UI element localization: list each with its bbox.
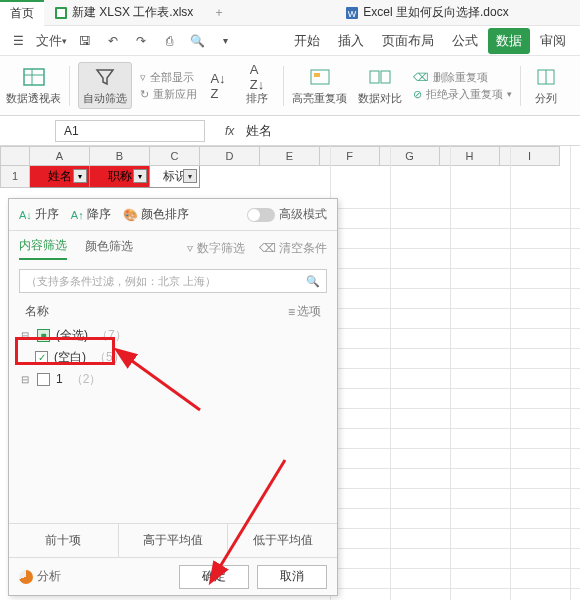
tab-layout[interactable]: 页面布局 <box>374 28 442 54</box>
split-button[interactable]: 分列 <box>529 65 563 106</box>
filter-item-1[interactable]: ⊟ 1（2） <box>21 368 325 390</box>
filter-item-blank[interactable]: (空白)（5） <box>21 346 325 368</box>
autofilter-button[interactable]: 自动筛选 <box>78 62 132 109</box>
show-all-button[interactable]: ▿全部显示 <box>140 70 197 85</box>
split-icon <box>534 65 558 89</box>
preview-icon[interactable]: 🔍 <box>185 29 209 53</box>
redo-icon[interactable]: ↷ <box>129 29 153 53</box>
hamburger-icon[interactable]: ☰ <box>6 29 30 53</box>
ribbon-tabs: 开始 插入 页面布局 公式 数据 审阅 <box>286 28 574 54</box>
cell-C1[interactable]: 标识▾ <box>150 166 200 188</box>
advanced-mode-toggle[interactable]: 高级模式 <box>247 206 327 223</box>
svg-rect-9 <box>370 71 379 83</box>
name-box[interactable]: A1 <box>55 120 205 142</box>
tab-file-1[interactable]: 新建 XLSX 工作表.xlsx <box>44 0 203 26</box>
col-header[interactable]: H <box>440 146 500 166</box>
highlight-dup-button[interactable]: 高亮重复项 <box>292 65 347 106</box>
delete-icon: ⌫ <box>413 71 429 84</box>
palette-icon: 🎨 <box>123 208 138 222</box>
col-header[interactable]: E <box>260 146 320 166</box>
filter-dropdown-icon[interactable]: ▾ <box>73 169 87 183</box>
analysis-button[interactable]: 分析 <box>19 568 61 585</box>
menu-icon: ≡ <box>288 305 295 319</box>
pie-icon <box>19 570 33 584</box>
list-options-button[interactable]: ≡选项 <box>288 303 321 320</box>
row-header[interactable]: 1 <box>0 166 30 188</box>
chevron-down-icon[interactable]: ▾ <box>213 29 237 53</box>
tab-start[interactable]: 开始 <box>286 28 328 54</box>
tab-file-2[interactable]: W Excel 里如何反向选择.docx <box>335 0 518 26</box>
tab-data[interactable]: 数据 <box>488 28 530 54</box>
reject-dup-button[interactable]: ⊘拒绝录入重复项 ▾ <box>413 87 512 102</box>
save-icon[interactable]: 🖫 <box>73 29 97 53</box>
select-all-corner[interactable] <box>0 146 30 166</box>
sort-asc-button[interactable]: A↓Z <box>205 74 231 98</box>
filter-item-all[interactable]: ⊟ ■ (全选)（7） <box>21 324 325 346</box>
tab-insert[interactable]: 插入 <box>330 28 372 54</box>
collapse-icon[interactable]: ⊟ <box>21 330 31 341</box>
spreadsheet-icon <box>54 6 68 20</box>
col-header[interactable]: G <box>380 146 440 166</box>
col-header[interactable]: B <box>90 146 150 166</box>
funnel-icon <box>93 65 117 89</box>
filter-dropdown-icon[interactable]: ▾ <box>183 169 197 183</box>
ok-button[interactable]: 确定 <box>179 565 249 589</box>
reapply-button[interactable]: ↻重新应用 <box>140 87 197 102</box>
window-tabs: 首页 新建 XLSX 工作表.xlsx ＋ W Excel 里如何反向选择.do… <box>0 0 580 26</box>
tab-review[interactable]: 审阅 <box>532 28 574 54</box>
search-icon: 🔍 <box>306 275 320 288</box>
number-filter-button[interactable]: ▿ 数字筛选 <box>187 240 244 257</box>
filter-stack: ▿全部显示 ↻重新应用 <box>140 70 197 102</box>
tab-color-filter[interactable]: 颜色筛选 <box>85 238 133 259</box>
highlight-icon <box>308 65 332 89</box>
tab-content-filter[interactable]: 内容筛选 <box>19 237 67 260</box>
fx-icon[interactable]: fx <box>225 124 234 138</box>
delete-dup-button[interactable]: ⌫删除重复项 <box>413 70 512 85</box>
col-header[interactable]: D <box>200 146 260 166</box>
checkbox-icon[interactable] <box>37 373 50 386</box>
undo-icon[interactable]: ↶ <box>101 29 125 53</box>
cell-A1[interactable]: 姓名▾ <box>30 166 90 188</box>
funnel-small-icon: ▿ <box>140 71 146 84</box>
collapse-icon[interactable]: ⊟ <box>21 374 31 385</box>
color-sort-button[interactable]: 🎨颜色排序 <box>123 206 189 223</box>
filter-dropdown-icon[interactable]: ▾ <box>133 169 147 183</box>
col-header[interactable]: A <box>30 146 90 166</box>
tab-formula[interactable]: 公式 <box>444 28 486 54</box>
sort-button[interactable]: AZ↓ 排序 <box>239 65 275 106</box>
clear-filter-button[interactable]: ⌫ 清空条件 <box>259 240 327 257</box>
sort-asc-button[interactable]: A↓升序 <box>19 206 59 223</box>
sort-desc-button[interactable]: A↑降序 <box>71 206 111 223</box>
filter-item-list: ⊟ ■ (全选)（7） (空白)（5） ⊟ 1（2） <box>9 324 337 390</box>
top10-button[interactable]: 前十项 <box>9 524 119 557</box>
refresh-icon: ↻ <box>140 88 149 101</box>
filter-search-input[interactable]: （支持多条件过滤，例如：北京 上海） 🔍 <box>19 269 327 293</box>
formula-value[interactable]: 姓名 <box>246 122 272 140</box>
checkbox-icon[interactable] <box>35 351 48 364</box>
col-header[interactable]: I <box>500 146 560 166</box>
format-painter-icon[interactable]: ⎙ <box>157 29 181 53</box>
col-header[interactable]: C <box>150 146 200 166</box>
tab-home[interactable]: 首页 <box>0 0 44 26</box>
document-icon: W <box>345 6 359 20</box>
file-menu[interactable]: 文件 ▾ <box>34 29 69 53</box>
menubar: ☰ 文件 ▾ 🖫 ↶ ↷ ⎙ 🔍 ▾ 开始 插入 页面布局 公式 数据 审阅 <box>0 26 580 56</box>
list-header-name: 名称 <box>25 303 49 320</box>
filter-panel: A↓升序 A↑降序 🎨颜色排序 高级模式 内容筛选 颜色筛选 ▿ 数字筛选 ⌫ … <box>8 198 338 596</box>
toggle-icon <box>247 208 275 222</box>
cell-B1[interactable]: 职称▾ <box>90 166 150 188</box>
below-avg-button[interactable]: 低于平均值 <box>228 524 337 557</box>
pivot-button[interactable]: 数据透视表 <box>6 65 61 106</box>
formula-bar: A1 fx 姓名 <box>0 116 580 146</box>
compare-button[interactable]: 数据对比 <box>355 65 405 106</box>
clear-icon: ⌫ <box>259 241 276 255</box>
col-header[interactable]: F <box>320 146 380 166</box>
svg-rect-8 <box>314 73 320 77</box>
svg-rect-10 <box>381 71 390 83</box>
reject-icon: ⊘ <box>413 88 422 101</box>
cancel-button[interactable]: 取消 <box>257 565 327 589</box>
funnel-icon: ▿ <box>187 241 193 255</box>
checkbox-icon[interactable]: ■ <box>37 329 50 342</box>
above-avg-button[interactable]: 高于平均值 <box>119 524 229 557</box>
tab-add[interactable]: ＋ <box>203 0 235 26</box>
